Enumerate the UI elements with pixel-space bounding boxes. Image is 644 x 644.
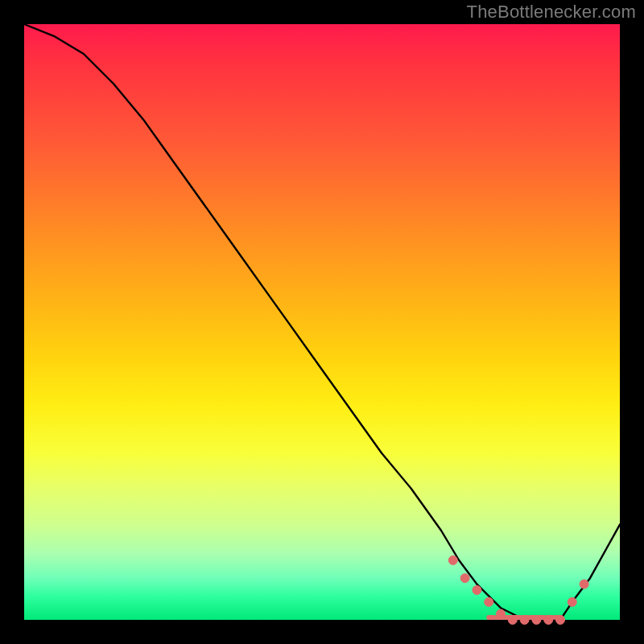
highlight-dot bbox=[508, 616, 517, 625]
attribution-text: TheBottlenecker.com bbox=[467, 2, 636, 23]
bottleneck-curve bbox=[24, 24, 620, 620]
highlight-cluster bbox=[448, 556, 588, 625]
curve-layer bbox=[24, 24, 620, 620]
highlight-dot bbox=[532, 616, 541, 625]
highlight-dot bbox=[544, 616, 553, 625]
highlight-dot bbox=[556, 616, 565, 625]
highlight-dot bbox=[485, 597, 493, 606]
highlight-dot bbox=[568, 597, 576, 606]
highlight-dot bbox=[448, 556, 457, 565]
highlight-dot bbox=[580, 580, 588, 588]
highlight-dot bbox=[473, 586, 481, 595]
highlight-dot bbox=[497, 609, 506, 618]
highlight-dot bbox=[520, 616, 529, 625]
highlight-dot bbox=[460, 574, 469, 583]
chart-frame: TheBottlenecker.com bbox=[0, 0, 644, 644]
plot-area bbox=[24, 24, 620, 620]
